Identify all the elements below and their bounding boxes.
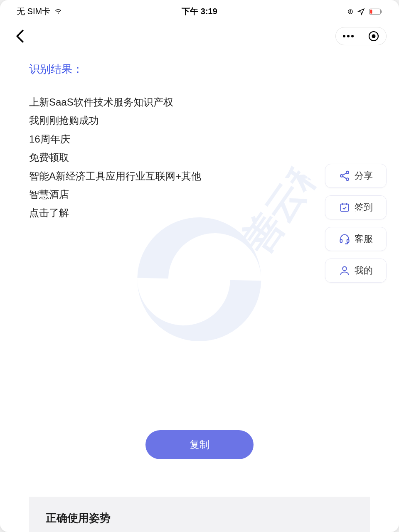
result-line: 上新SaaS软件技术服务知识产权 (29, 93, 370, 111)
back-button[interactable] (12, 29, 27, 44)
checkin-label: 签到 (355, 201, 373, 214)
tips-section: 正确使用姿势 1.确保图片内文字清晰。 2.拍照时尽量保持被拍物平整摆放、不要斜… (29, 497, 370, 532)
svg-rect-16 (341, 204, 349, 212)
mine-label: 我的 (355, 264, 373, 277)
sim-status-text: 无 SIM卡 (17, 6, 50, 17)
status-left: 无 SIM卡 (17, 6, 63, 17)
svg-point-9 (372, 34, 376, 38)
tips-title: 正确使用姿势 (46, 511, 353, 525)
svg-point-6 (347, 35, 350, 37)
user-icon (339, 265, 350, 276)
svg-point-7 (351, 35, 354, 37)
result-line: 智能A新经济工具应用行业互联网+其他 (29, 167, 370, 185)
svg-point-12 (340, 175, 343, 177)
result-line: 智慧酒店 (29, 185, 370, 204)
calendar-check-icon (339, 202, 350, 213)
target-circle-icon (368, 31, 379, 42)
result-line: 点击了解 (29, 204, 370, 222)
location-icon (357, 8, 365, 15)
orientation-lock-icon (347, 9, 353, 15)
side-buttons: 分享 签到 客服 我的 (325, 164, 387, 283)
content-area: 识别结果： 上新SaaS软件技术服务知识产权 我刚刚抢购成功 16周年庆 免费顿… (0, 54, 399, 532)
capsule-close-button[interactable] (361, 27, 386, 45)
battery-low-icon (369, 8, 382, 15)
result-line: 16周年庆 (29, 130, 370, 148)
mine-button[interactable]: 我的 (325, 259, 387, 283)
more-dots-icon (342, 34, 354, 38)
service-label: 客服 (355, 233, 373, 245)
svg-point-13 (346, 178, 349, 180)
result-title: 识别结果： (29, 62, 370, 76)
copy-button-wrap: 复制 (29, 430, 370, 459)
svg-point-21 (342, 267, 346, 271)
result-text: 上新SaaS软件技术服务知识产权 我刚刚抢购成功 16周年庆 免费顿取 智能A新… (29, 93, 370, 222)
svg-rect-1 (350, 11, 351, 12)
share-button[interactable]: 分享 (325, 164, 387, 188)
svg-line-14 (343, 173, 347, 175)
capsule-menu-button[interactable] (336, 27, 361, 45)
svg-line-15 (343, 176, 347, 178)
nav-bar (0, 23, 399, 54)
wifi-icon (54, 8, 63, 15)
result-line: 我刚刚抢购成功 (29, 111, 370, 130)
checkin-button[interactable]: 签到 (325, 195, 387, 219)
svg-point-11 (346, 171, 349, 174)
service-button[interactable]: 客服 (325, 227, 387, 251)
svg-rect-20 (347, 239, 349, 242)
share-label: 分享 (355, 170, 373, 182)
share-icon (339, 170, 350, 182)
copy-button-label: 复制 (190, 438, 209, 451)
svg-rect-3 (381, 10, 382, 13)
copy-button[interactable]: 复制 (145, 430, 254, 459)
app-screen: 无 SIM卡 下午 3:19 (0, 0, 399, 532)
status-time: 下午 3:19 (182, 6, 217, 17)
status-bar: 无 SIM卡 下午 3:19 (0, 0, 399, 23)
mini-program-capsule (335, 27, 387, 45)
chevron-left-icon (15, 29, 25, 43)
result-line: 免费顿取 (29, 148, 370, 167)
headset-icon (339, 233, 350, 245)
svg-rect-4 (370, 10, 372, 13)
svg-rect-19 (340, 239, 342, 242)
svg-point-5 (343, 35, 345, 37)
status-right (347, 8, 382, 15)
